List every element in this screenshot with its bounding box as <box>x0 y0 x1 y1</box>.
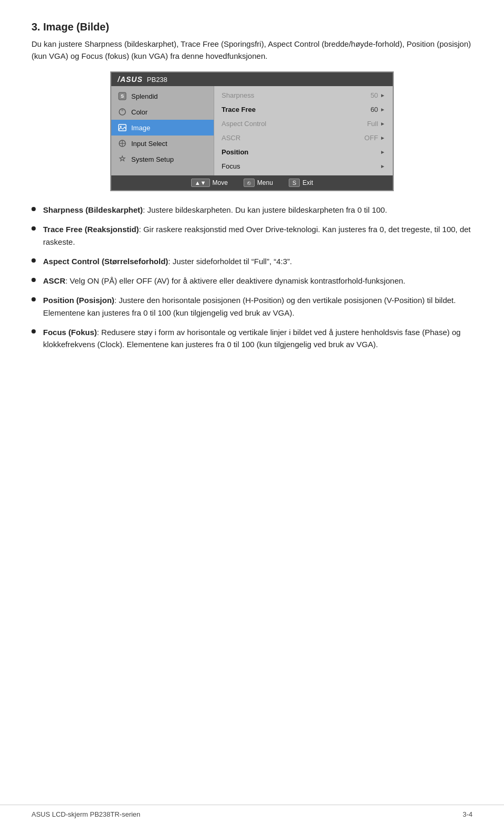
sharpness-bold: Sharpness (Bildeskarphet) <box>43 205 143 214</box>
bullet-dot <box>32 258 36 263</box>
osd-model: PB238 <box>147 76 167 84</box>
osd-titlebar: /ASUS PB238 <box>111 72 393 86</box>
trace-free-arrow: ► <box>380 107 385 112</box>
bullet-list: Sharpness (Bildeskarphet): Justere bilde… <box>32 204 472 350</box>
focus-bold: Focus (Fokus) <box>43 328 97 337</box>
footer-right: 3-4 <box>463 810 472 818</box>
osd-right-sharpness: Sharpness 50 ► <box>214 88 393 102</box>
bullet-dot <box>32 278 36 282</box>
osd-footer-move: ▲▼ Move <box>191 179 228 187</box>
input-select-label: Input Select <box>131 140 167 148</box>
bullet-position: Position (Posisjon): Justere den horison… <box>43 294 472 319</box>
system-setup-label: System Setup <box>131 155 174 163</box>
move-btn: ▲▼ <box>191 179 210 187</box>
section-number: 3. <box>32 21 40 33</box>
bullet-ascr: ASCR: Velg ON (PÅ) eller OFF (AV) for å … <box>43 275 472 287</box>
osd-menu-splendid: S Splendid <box>111 88 214 104</box>
section-heading: 3. Image (Bilde) <box>32 21 472 33</box>
aspect-control-text: : Juster sideforholdet til “Full”, “4:3”… <box>168 257 292 266</box>
input-select-icon <box>118 139 127 148</box>
bullet-dot <box>32 329 36 333</box>
osd-menu-input-select: Input Select <box>111 135 214 151</box>
bullet-dot <box>32 226 36 231</box>
focus-arrow: ► <box>380 163 385 169</box>
ascr-arrow: ► <box>380 135 385 141</box>
aspect-control-arrow: ► <box>380 121 385 127</box>
osd-right-focus: Focus ► <box>214 159 393 173</box>
exit-btn: S <box>289 179 300 187</box>
trace-free-value: 60 ► <box>371 106 385 113</box>
list-item: Aspect Control (Størrelseforhold): Juste… <box>32 255 472 267</box>
osd-menu-system-setup: System Setup <box>111 151 214 167</box>
position-arrow: ► <box>380 149 385 155</box>
sharpness-text: : Justere bildeskarpheten. Du kan juster… <box>143 205 387 214</box>
list-item: Focus (Fokus): Redusere støy i form av h… <box>32 326 472 351</box>
aspect-control-label: Aspect Control <box>222 120 266 128</box>
page-container: 3. Image (Bilde) Du kan justere Sharpnes… <box>0 0 504 834</box>
color-label: Color <box>131 108 148 116</box>
osd-screenshot: /ASUS PB238 S Splendid <box>110 71 394 191</box>
sharpness-arrow: ► <box>380 92 385 98</box>
ascr-label: ASCR <box>222 134 240 142</box>
sharpness-label: Sharpness <box>222 91 254 99</box>
svg-text:S: S <box>121 93 124 99</box>
osd-left-menu: S Splendid Color <box>111 86 214 175</box>
system-setup-icon <box>118 154 127 164</box>
osd-right-trace-free: Trace Free 60 ► <box>214 102 393 117</box>
splendid-icon: S <box>118 91 127 101</box>
menu-label: Menu <box>257 179 273 186</box>
focus-text: : Redusere støy i form av horisontale og… <box>43 328 460 349</box>
section-title: Image (Bilde) <box>43 21 109 33</box>
exit-icon: S <box>292 180 296 186</box>
ascr-bold: ASCR <box>43 276 66 285</box>
splendid-label: Splendid <box>131 92 158 100</box>
osd-menu-color: Color <box>111 104 214 120</box>
svg-point-3 <box>121 109 123 111</box>
bullet-aspect-control: Aspect Control (Størrelseforhold): Juste… <box>43 255 472 267</box>
position-value: ► <box>380 149 385 155</box>
list-item: Position (Posisjon): Justere den horison… <box>32 294 472 319</box>
osd-right-ascr: ASCR OFF ► <box>214 131 393 145</box>
focus-value: ► <box>380 163 385 169</box>
osd-right-panel: Sharpness 50 ► Trace Free 60 ► Asp <box>214 86 393 175</box>
page-footer: ASUS LCD-skjerm PB238TR-serien 3-4 <box>0 805 504 818</box>
move-label: Move <box>213 179 228 186</box>
list-item: Trace Free (Reaksjonstid): Gir raskere r… <box>32 223 472 248</box>
bullet-trace-free: Trace Free (Reaksjonstid): Gir raskere r… <box>43 223 472 248</box>
bullet-sharpness: Sharpness (Bildeskarphet): Justere bilde… <box>43 204 472 216</box>
intro-text: Du kan justere Sharpness (bildeskarphet)… <box>32 38 472 62</box>
sharpness-value: 50 ► <box>371 91 385 99</box>
osd-footer: ▲▼ Move ⎋ Menu S Exit <box>111 175 393 190</box>
image-icon <box>118 123 127 132</box>
exit-label: Exit <box>302 179 313 186</box>
osd-right-aspect-control: Aspect Control Full ► <box>214 117 393 131</box>
osd-footer-menu: ⎋ Menu <box>244 179 273 187</box>
color-icon <box>118 107 127 117</box>
aspect-control-bold: Aspect Control (Størrelseforhold) <box>43 257 168 266</box>
move-icon: ▲▼ <box>195 180 206 186</box>
svg-point-5 <box>120 126 122 128</box>
aspect-control-value: Full ► <box>367 120 385 128</box>
osd-body: S Splendid Color <box>111 86 393 175</box>
osd-footer-exit: S Exit <box>289 179 313 187</box>
focus-label: Focus <box>222 162 240 170</box>
menu-icon: ⎋ <box>247 180 251 186</box>
position-label: Position <box>222 148 248 156</box>
bullet-dot <box>32 297 36 301</box>
position-bold: Position (Posisjon) <box>43 296 114 305</box>
list-item: ASCR: Velg ON (PÅ) eller OFF (AV) for å … <box>32 275 472 287</box>
footer-left: ASUS LCD-skjerm PB238TR-serien <box>32 810 140 818</box>
osd-right-position: Position ► <box>214 145 393 159</box>
list-item: Sharpness (Bildeskarphet): Justere bilde… <box>32 204 472 216</box>
ascr-value: OFF ► <box>364 134 385 142</box>
trace-free-label: Trace Free <box>222 106 256 113</box>
image-label: Image <box>131 124 150 132</box>
trace-free-bold: Trace Free (Reaksjonstid) <box>43 225 139 234</box>
menu-btn: ⎋ <box>244 179 255 187</box>
osd-brand: /ASUS <box>118 75 143 84</box>
osd-menu-image: Image <box>111 120 214 135</box>
bullet-dot <box>32 207 36 211</box>
ascr-text: : Velg ON (PÅ) eller OFF (AV) for å akti… <box>66 276 405 285</box>
bullet-focus: Focus (Fokus): Redusere støy i form av h… <box>43 326 472 351</box>
